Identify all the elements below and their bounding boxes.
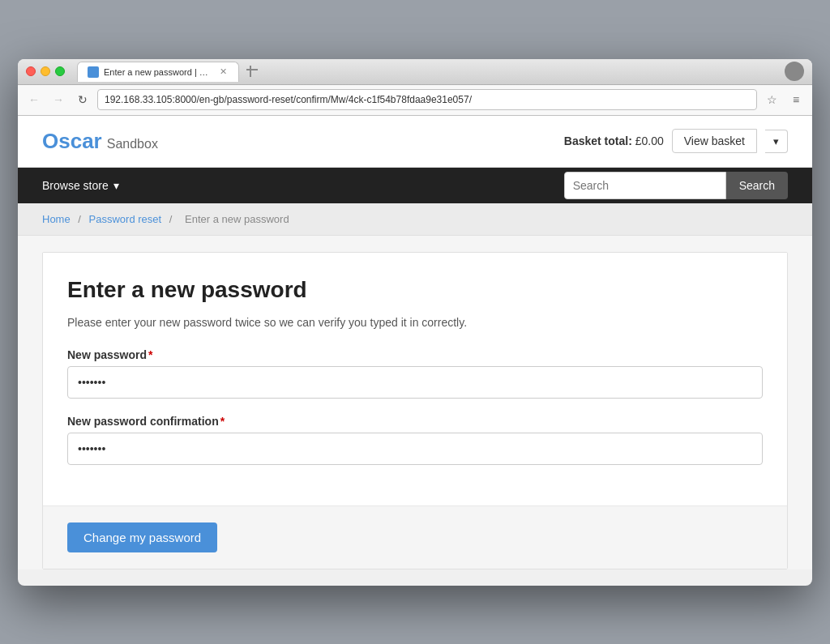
- submit-area: Change my password: [43, 505, 787, 569]
- content-card: Enter a new password Please enter your n…: [42, 252, 788, 569]
- basket-dropdown-button[interactable]: ▾: [765, 130, 788, 153]
- view-basket-button[interactable]: View basket: [672, 129, 757, 153]
- menu-icon[interactable]: ≡: [786, 90, 806, 109]
- page-content: Oscar Sandbox Basket total: £0.00 View b…: [18, 116, 812, 569]
- profile-avatar: [785, 62, 804, 81]
- change-password-button[interactable]: Change my password: [67, 522, 217, 552]
- address-bar: ← → ↻ ☆ ≡: [18, 85, 812, 116]
- active-tab[interactable]: Enter a new password | Os... ✕: [77, 62, 239, 82]
- logo: Oscar Sandbox: [42, 129, 158, 154]
- breadcrumb-current: Enter a new password: [185, 213, 289, 225]
- browser-window: Enter a new password | Os... ✕ ← → ↻ ☆ ≡…: [18, 59, 812, 586]
- store-header: Oscar Sandbox Basket total: £0.00 View b…: [18, 116, 812, 168]
- page-title: Enter a new password: [67, 277, 763, 303]
- bookmark-icon[interactable]: ☆: [762, 90, 781, 109]
- refresh-button[interactable]: ↻: [73, 90, 92, 109]
- basket-area: Basket total: £0.00 View basket ▾: [564, 129, 788, 153]
- form-description: Please enter your new password twice so …: [67, 316, 763, 329]
- tab-title: Enter a new password | Os...: [104, 67, 212, 77]
- breadcrumb-password-reset[interactable]: Password reset: [89, 213, 162, 225]
- tab-close-icon[interactable]: ✕: [217, 66, 229, 78]
- breadcrumb: Home / Password reset / Enter a new pass…: [18, 203, 812, 236]
- search-input[interactable]: [564, 172, 726, 199]
- new-password-input[interactable]: [67, 366, 763, 399]
- required-star-1: *: [148, 348, 152, 361]
- back-button[interactable]: ←: [24, 90, 44, 109]
- forward-button[interactable]: →: [49, 90, 68, 109]
- required-star-2: *: [220, 415, 225, 428]
- basket-total-label: Basket total: £0.00: [564, 134, 664, 147]
- basket-dropdown-arrow-icon: ▾: [773, 135, 779, 147]
- maximize-button[interactable]: [55, 66, 65, 76]
- new-password-group: New password*: [67, 348, 763, 399]
- nav-bar: Browse store ▾ Search: [18, 168, 812, 203]
- svg-rect-0: [250, 66, 251, 77]
- title-bar: Enter a new password | Os... ✕: [18, 59, 812, 85]
- search-area: Search: [564, 172, 788, 199]
- search-button[interactable]: Search: [726, 172, 788, 199]
- url-input[interactable]: [97, 89, 757, 110]
- breadcrumb-separator-1: /: [78, 213, 81, 225]
- confirm-password-label: New password confirmation*: [67, 415, 763, 428]
- tab-favicon: [88, 66, 99, 78]
- browser-profile: [785, 62, 804, 81]
- close-button[interactable]: [26, 66, 36, 76]
- svg-rect-1: [246, 69, 258, 70]
- browse-store-arrow-icon: ▾: [113, 179, 119, 192]
- browse-store-label: Browse store: [42, 179, 109, 192]
- breadcrumb-separator-2: /: [169, 213, 173, 225]
- new-password-label: New password*: [67, 348, 763, 361]
- browse-store-button[interactable]: Browse store ▾: [42, 168, 119, 203]
- logo-oscar: Oscar: [42, 129, 102, 154]
- form-container: Enter a new password Please enter your n…: [43, 253, 787, 505]
- minimize-button[interactable]: [41, 66, 50, 76]
- basket-total-value: £0.00: [635, 134, 664, 147]
- traffic-lights: [26, 66, 65, 76]
- confirm-password-group: New password confirmation*: [67, 415, 763, 465]
- breadcrumb-home[interactable]: Home: [42, 213, 71, 225]
- confirm-password-input[interactable]: [67, 433, 763, 465]
- tab-area: Enter a new password | Os... ✕: [77, 62, 785, 82]
- new-tab-button[interactable]: [242, 62, 262, 81]
- logo-sandbox: Sandbox: [107, 137, 158, 151]
